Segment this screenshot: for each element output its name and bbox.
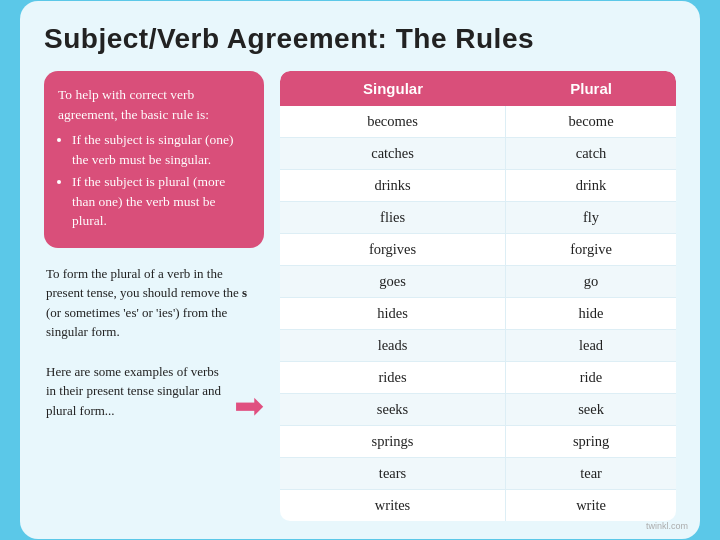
table-body: becomesbecomecatchescatchdrinksdrinkflie… [280,106,676,521]
table-cell: go [506,266,676,298]
header-singular: Singular [280,71,506,106]
table-cell: become [506,106,676,138]
rule-box: To help with correct verb agreement, the… [44,71,264,248]
table-row: fliesfly [280,202,676,234]
page-title: Subject/Verb Agreement: The Rules [44,23,676,55]
bold-s: s [242,285,247,300]
table-cell: tear [506,458,676,490]
table-row: seeksseek [280,394,676,426]
table-row: catchescatch [280,138,676,170]
table-cell: spring [506,426,676,458]
table-cell: goes [280,266,506,298]
table-cell: drink [506,170,676,202]
table-cell: seeks [280,394,506,426]
table-cell: becomes [280,106,506,138]
watermark: twinkl.com [646,521,688,531]
table-cell: forgive [506,234,676,266]
table-cell: writes [280,490,506,521]
content-row: To help with correct verb agreement, the… [44,71,676,521]
table-header: Singular Plural [280,71,676,106]
header-row: Singular Plural [280,71,676,106]
rule-bullet-1: If the subject is singular (one) the ver… [72,130,250,169]
rule-bullet-2: If the subject is plural (more than one)… [72,172,250,231]
table-row: forgivesforgive [280,234,676,266]
table-cell: leads [280,330,506,362]
table-row: writeswrite [280,490,676,521]
table-row: drinksdrink [280,170,676,202]
table-cell: catch [506,138,676,170]
table-row: hideshide [280,298,676,330]
table-cell: catches [280,138,506,170]
table-row: leadslead [280,330,676,362]
table-cell: lead [506,330,676,362]
table-row: goesgo [280,266,676,298]
rule-intro: To help with correct verb agreement, the… [58,87,209,122]
examples-area: Here are some examples of verbs in their… [44,358,264,425]
table-cell: springs [280,426,506,458]
table-cell: ride [506,362,676,394]
left-column: To help with correct verb agreement, the… [44,71,264,424]
table-cell: rides [280,362,506,394]
examples-box: Here are some examples of verbs in their… [44,358,226,425]
table-cell: drinks [280,170,506,202]
table-cell: forgives [280,234,506,266]
rule-list: If the subject is singular (one) the ver… [58,130,250,231]
plural-text-1: To form the plural of a verb in the pres… [46,266,247,340]
plural-box: To form the plural of a verb in the pres… [44,260,264,346]
header-plural: Plural [506,71,676,106]
table-cell: hides [280,298,506,330]
right-column: Singular Plural becomesbecomecatchescatc… [280,71,676,521]
table-row: tearstear [280,458,676,490]
table-cell: fly [506,202,676,234]
table-cell: hide [506,298,676,330]
table-cell: tears [280,458,506,490]
table-row: ridesride [280,362,676,394]
table-cell: seek [506,394,676,426]
table-cell: write [506,490,676,521]
table-cell: flies [280,202,506,234]
main-card: Subject/Verb Agreement: The Rules To hel… [20,1,700,539]
table-row: springsspring [280,426,676,458]
table-row: becomesbecome [280,106,676,138]
examples-text: Here are some examples of verbs in their… [46,364,221,418]
verb-table: Singular Plural becomesbecomecatchescatc… [280,71,676,521]
right-arrow: ➡ [234,388,264,424]
